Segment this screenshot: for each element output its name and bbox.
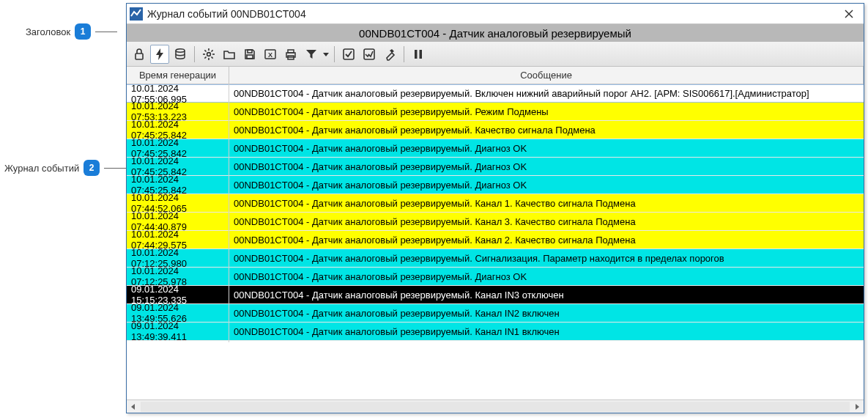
chevron-down-icon <box>323 51 329 57</box>
database-button[interactable] <box>171 45 190 64</box>
svg-marker-23 <box>323 53 329 56</box>
table-row[interactable]: 10.01.2024 07:45:25.84200NDB01CT004 - Да… <box>127 121 864 139</box>
svg-line-12 <box>212 56 213 58</box>
column-header-time[interactable]: Время генерации <box>127 67 229 84</box>
table-row[interactable]: 09.01.2024 15:15:23.33500NDB01CT004 - Да… <box>127 286 864 304</box>
svg-rect-26 <box>415 50 418 59</box>
svg-marker-22 <box>306 50 316 59</box>
open-button[interactable] <box>220 45 239 64</box>
svg-point-5 <box>176 48 185 51</box>
callout-number-1: 1 <box>75 23 91 40</box>
gear-icon <box>202 48 215 61</box>
svg-line-14 <box>204 56 206 58</box>
ack-one-button[interactable] <box>339 45 358 64</box>
table-row[interactable]: 10.01.2024 07:12:25.98000NDB01CT004 - Да… <box>127 249 864 268</box>
callout-number-2: 2 <box>84 160 100 176</box>
svg-rect-15 <box>248 50 252 53</box>
cell-message: 00NDB01CT004 - Датчик аналоговый резерви… <box>229 161 864 172</box>
toolbar: X <box>127 42 864 67</box>
toolbar-separator <box>404 46 404 62</box>
save-icon <box>243 48 256 61</box>
cell-message: 00NDB01CT004 - Датчик аналоговый резерви… <box>229 271 864 282</box>
window-title: Журнал событий 00NDB01CT004 <box>147 8 837 20</box>
header-band: 00NDB01CT004 - Датчик аналоговый резерви… <box>127 24 864 42</box>
print-icon <box>284 48 297 61</box>
filter-button[interactable] <box>302 45 321 64</box>
table-row[interactable]: 10.01.2024 07:44:29.57500NDB01CT004 - Да… <box>127 231 864 249</box>
svg-marker-4 <box>156 48 163 60</box>
cell-message: 00NDB01CT004 - Датчик аналоговый резерви… <box>229 253 864 264</box>
table-row[interactable]: 09.01.2024 13:49:55.62600NDB01CT004 - Да… <box>127 304 864 323</box>
chevron-right-icon <box>853 403 861 410</box>
filter-dropdown[interactable] <box>322 51 330 57</box>
chevron-left-icon <box>130 403 137 410</box>
table-row[interactable]: 10.01.2024 07:45:25.84200NDB01CT004 - Да… <box>127 176 864 194</box>
titlebar: Журнал событий 00NDB01CT004 <box>127 4 864 24</box>
clear-button[interactable] <box>380 45 399 64</box>
cell-message: 00NDB01CT004 - Датчик аналоговый резерви… <box>229 143 864 154</box>
svg-rect-3 <box>136 54 143 59</box>
svg-line-13 <box>212 50 213 51</box>
lock-icon <box>133 48 146 61</box>
ack-all-button[interactable] <box>360 45 379 64</box>
lock-button[interactable] <box>130 45 149 64</box>
table-row[interactable]: 10.01.2024 07:53:13.22300NDB01CT004 - Да… <box>127 103 864 121</box>
filter-icon <box>305 48 318 61</box>
print-button[interactable] <box>281 45 300 64</box>
table-row[interactable]: 10.01.2024 07:12:25.97800NDB01CT004 - Да… <box>127 268 864 286</box>
callout-label-2: Журнал событий <box>4 163 79 174</box>
table-row[interactable]: 09.01.2024 13:49:39.41100NDB01CT004 - Да… <box>127 323 864 341</box>
table-row[interactable]: 10.01.2024 07:44:52.06500NDB01CT004 - Да… <box>127 194 864 213</box>
scroll-right-button[interactable] <box>850 400 864 413</box>
folder-icon <box>223 48 236 61</box>
cell-message: 00NDB01CT004 - Датчик аналоговый резерви… <box>229 198 864 209</box>
save-button[interactable] <box>240 45 259 64</box>
svg-text:X: X <box>268 51 272 59</box>
svg-marker-28 <box>131 404 135 410</box>
database-icon <box>174 48 187 61</box>
cell-message: 00NDB01CT004 - Датчик аналоговый резерви… <box>229 180 864 191</box>
callout-label-1: Заголовок <box>26 26 70 37</box>
cell-message: 00NDB01CT004 - Датчик аналоговый резерви… <box>229 106 864 117</box>
eraser-icon <box>383 48 396 61</box>
cell-message: 00NDB01CT004 - Датчик аналоговый резерви… <box>229 235 864 246</box>
cell-message: 00NDB01CT004 - Датчик аналоговый резерви… <box>229 88 864 99</box>
svg-rect-24 <box>344 49 354 59</box>
svg-rect-20 <box>288 50 294 53</box>
cell-time: 09.01.2024 13:49:39.411 <box>127 320 229 342</box>
toolbar-separator <box>194 46 195 62</box>
event-log-window: Журнал событий 00NDB01CT004 00NDB01CT004… <box>126 3 864 413</box>
app-icon <box>130 7 143 21</box>
event-table-body: 10.01.2024 07:55:06.99500NDB01CT004 - Да… <box>127 84 864 399</box>
export-excel-button[interactable]: X <box>261 45 280 64</box>
scroll-left-button[interactable] <box>127 400 140 413</box>
horizontal-scrollbar[interactable] <box>127 399 864 413</box>
scrollbar-track[interactable] <box>141 402 850 412</box>
callouts: Заголовок 1 Журнал событий 2 <box>0 0 125 420</box>
cell-message: 00NDB01CT004 - Датчик аналоговый резерви… <box>229 326 864 337</box>
check-double-icon <box>363 48 376 61</box>
pause-button[interactable] <box>409 45 428 64</box>
table-row[interactable]: 10.01.2024 07:44:40.87900NDB01CT004 - Да… <box>127 213 864 231</box>
table-row[interactable]: 10.01.2024 07:45:25.84200NDB01CT004 - Да… <box>127 139 864 158</box>
cell-message: 00NDB01CT004 - Датчик аналоговый резерви… <box>229 308 864 319</box>
settings-button[interactable] <box>199 45 218 64</box>
cell-message: 00NDB01CT004 - Датчик аналоговый резерви… <box>229 216 864 227</box>
close-icon <box>845 10 853 18</box>
bolt-button[interactable] <box>150 45 169 64</box>
bolt-icon <box>153 48 166 61</box>
table-row[interactable]: 10.01.2024 07:45:25.84200NDB01CT004 - Да… <box>127 158 864 176</box>
svg-rect-16 <box>247 55 253 59</box>
svg-rect-27 <box>420 50 423 59</box>
svg-marker-29 <box>856 404 859 410</box>
cell-message: 00NDB01CT004 - Датчик аналоговый резерви… <box>229 125 864 136</box>
table-row[interactable]: 10.01.2024 07:55:06.99500NDB01CT004 - Да… <box>127 84 864 103</box>
column-header-message[interactable]: Сообщение <box>229 67 864 84</box>
pause-icon <box>412 48 425 61</box>
svg-point-6 <box>207 52 211 56</box>
excel-icon: X <box>264 48 277 61</box>
column-headers: Время генерации Сообщение <box>127 67 864 84</box>
svg-line-11 <box>204 50 206 51</box>
close-button[interactable] <box>837 5 861 23</box>
toolbar-separator <box>334 46 335 62</box>
